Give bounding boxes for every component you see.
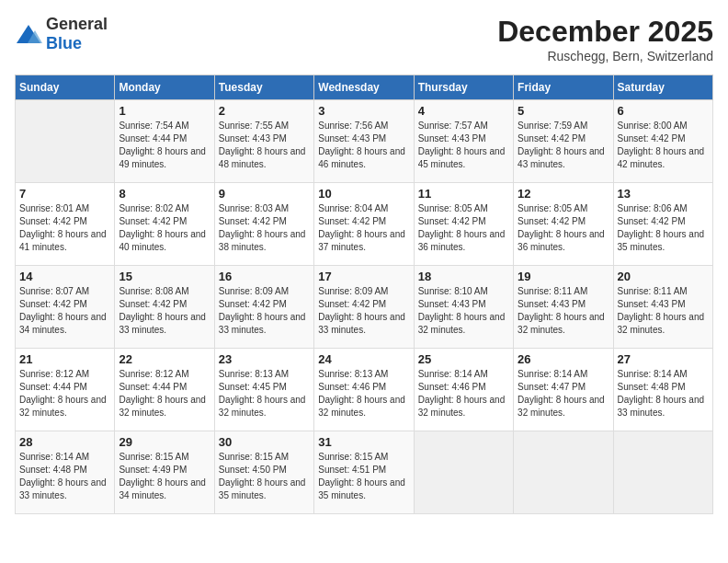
day-number: 26 bbox=[518, 352, 609, 366]
daylight-text: Daylight: 8 hours and 35 minutes. bbox=[318, 477, 405, 500]
sunset-text: Sunset: 4:47 PM bbox=[518, 382, 586, 392]
day-number: 4 bbox=[418, 104, 509, 118]
daylight-text: Daylight: 8 hours and 37 minutes. bbox=[318, 229, 405, 252]
calendar-cell: 1 Sunrise: 7:54 AM Sunset: 4:44 PM Dayli… bbox=[115, 100, 214, 183]
calendar-cell: 22 Sunrise: 8:12 AM Sunset: 4:44 PM Dayl… bbox=[115, 349, 214, 431]
day-number: 12 bbox=[518, 187, 609, 201]
sunrise-text: Sunrise: 8:03 AM bbox=[219, 203, 289, 213]
daylight-text: Daylight: 8 hours and 49 minutes. bbox=[119, 146, 206, 169]
day-info: Sunrise: 7:59 AM Sunset: 4:42 PM Dayligh… bbox=[518, 120, 609, 171]
sunset-text: Sunset: 4:44 PM bbox=[19, 382, 87, 392]
sunrise-text: Sunrise: 8:15 AM bbox=[318, 452, 388, 462]
sunset-text: Sunset: 4:42 PM bbox=[518, 133, 586, 144]
sunrise-text: Sunrise: 8:08 AM bbox=[119, 286, 188, 296]
sunrise-text: Sunrise: 7:56 AM bbox=[318, 121, 388, 131]
calendar-cell: 2 Sunrise: 7:55 AM Sunset: 4:43 PM Dayli… bbox=[214, 100, 313, 183]
calendar-cell: 10 Sunrise: 8:04 AM Sunset: 4:42 PM Dayl… bbox=[314, 183, 414, 266]
day-number: 9 bbox=[219, 187, 310, 201]
sunset-text: Sunset: 4:44 PM bbox=[119, 133, 187, 144]
day-header-saturday: Saturday bbox=[613, 75, 712, 100]
day-header-tuesday: Tuesday bbox=[214, 75, 313, 100]
calendar-cell: 4 Sunrise: 7:57 AM Sunset: 4:43 PM Dayli… bbox=[414, 100, 513, 183]
sunrise-text: Sunrise: 8:13 AM bbox=[318, 369, 388, 379]
logo-general: General bbox=[46, 15, 108, 33]
sunset-text: Sunset: 4:48 PM bbox=[19, 465, 87, 475]
daylight-text: Daylight: 8 hours and 36 minutes. bbox=[418, 229, 506, 252]
sunrise-text: Sunrise: 8:11 AM bbox=[618, 286, 688, 296]
calendar-cell bbox=[414, 431, 513, 514]
day-info: Sunrise: 8:11 AM Sunset: 4:43 PM Dayligh… bbox=[618, 285, 709, 337]
calendar-cell: 14 Sunrise: 8:07 AM Sunset: 4:42 PM Dayl… bbox=[16, 266, 115, 349]
sunset-text: Sunset: 4:42 PM bbox=[19, 299, 87, 309]
daylight-text: Daylight: 8 hours and 48 minutes. bbox=[219, 146, 306, 169]
day-info: Sunrise: 8:13 AM Sunset: 4:45 PM Dayligh… bbox=[219, 368, 310, 419]
day-info: Sunrise: 8:11 AM Sunset: 4:43 PM Dayligh… bbox=[518, 285, 609, 337]
calendar-cell: 29 Sunrise: 8:15 AM Sunset: 4:49 PM Dayl… bbox=[115, 431, 214, 514]
day-info: Sunrise: 8:04 AM Sunset: 4:42 PM Dayligh… bbox=[318, 202, 409, 254]
day-info: Sunrise: 8:02 AM Sunset: 4:42 PM Dayligh… bbox=[119, 202, 210, 254]
day-number: 16 bbox=[219, 270, 310, 283]
day-header-wednesday: Wednesday bbox=[314, 75, 414, 100]
day-number: 27 bbox=[618, 352, 709, 366]
daylight-text: Daylight: 8 hours and 35 minutes. bbox=[219, 477, 306, 500]
sunrise-text: Sunrise: 8:09 AM bbox=[318, 286, 388, 296]
daylight-text: Daylight: 8 hours and 32 minutes. bbox=[19, 395, 107, 418]
day-info: Sunrise: 8:14 AM Sunset: 4:46 PM Dayligh… bbox=[418, 368, 509, 419]
day-number: 10 bbox=[318, 187, 409, 201]
sunrise-text: Sunrise: 8:07 AM bbox=[19, 286, 89, 296]
day-info: Sunrise: 8:07 AM Sunset: 4:42 PM Dayligh… bbox=[19, 285, 110, 337]
day-number: 15 bbox=[119, 270, 210, 283]
calendar-week-row: 21 Sunrise: 8:12 AM Sunset: 4:44 PM Dayl… bbox=[16, 349, 713, 431]
daylight-text: Daylight: 8 hours and 32 minutes. bbox=[418, 312, 506, 335]
daylight-text: Daylight: 8 hours and 34 minutes. bbox=[119, 477, 206, 500]
calendar-cell bbox=[514, 431, 613, 514]
day-number: 30 bbox=[219, 435, 310, 449]
sunrise-text: Sunrise: 8:06 AM bbox=[618, 203, 688, 213]
calendar-week-row: 1 Sunrise: 7:54 AM Sunset: 4:44 PM Dayli… bbox=[16, 100, 713, 183]
sunset-text: Sunset: 4:50 PM bbox=[219, 465, 287, 475]
sunset-text: Sunset: 4:43 PM bbox=[618, 299, 686, 309]
calendar-cell: 17 Sunrise: 8:09 AM Sunset: 4:42 PM Dayl… bbox=[314, 266, 414, 349]
daylight-text: Daylight: 8 hours and 38 minutes. bbox=[219, 229, 306, 252]
sunrise-text: Sunrise: 8:14 AM bbox=[418, 369, 488, 379]
day-info: Sunrise: 8:09 AM Sunset: 4:42 PM Dayligh… bbox=[219, 285, 310, 337]
sunrise-text: Sunrise: 8:12 AM bbox=[19, 369, 89, 379]
sunrise-text: Sunrise: 8:05 AM bbox=[518, 203, 587, 213]
day-info: Sunrise: 8:00 AM Sunset: 4:42 PM Dayligh… bbox=[618, 120, 709, 171]
sunset-text: Sunset: 4:42 PM bbox=[219, 299, 287, 309]
day-info: Sunrise: 8:14 AM Sunset: 4:48 PM Dayligh… bbox=[618, 368, 709, 419]
calendar-cell: 18 Sunrise: 8:10 AM Sunset: 4:43 PM Dayl… bbox=[414, 266, 513, 349]
location-title: Ruschegg, Bern, Switzerland bbox=[497, 49, 713, 63]
calendar-cell: 23 Sunrise: 8:13 AM Sunset: 4:45 PM Dayl… bbox=[214, 349, 313, 431]
day-number: 11 bbox=[418, 187, 509, 201]
day-info: Sunrise: 7:54 AM Sunset: 4:44 PM Dayligh… bbox=[119, 120, 210, 171]
sunset-text: Sunset: 4:44 PM bbox=[119, 382, 187, 392]
day-number: 20 bbox=[618, 270, 709, 283]
sunrise-text: Sunrise: 7:59 AM bbox=[518, 121, 587, 131]
day-info: Sunrise: 8:12 AM Sunset: 4:44 PM Dayligh… bbox=[19, 368, 110, 419]
day-info: Sunrise: 7:55 AM Sunset: 4:43 PM Dayligh… bbox=[219, 120, 310, 171]
daylight-text: Daylight: 8 hours and 33 minutes. bbox=[119, 312, 206, 335]
sunset-text: Sunset: 4:42 PM bbox=[119, 216, 187, 226]
day-number: 1 bbox=[119, 104, 210, 118]
day-number: 29 bbox=[119, 435, 210, 449]
calendar-week-row: 28 Sunrise: 8:14 AM Sunset: 4:48 PM Dayl… bbox=[16, 431, 713, 514]
sunset-text: Sunset: 4:46 PM bbox=[318, 382, 386, 392]
daylight-text: Daylight: 8 hours and 32 minutes. bbox=[618, 312, 705, 335]
calendar-cell: 6 Sunrise: 8:00 AM Sunset: 4:42 PM Dayli… bbox=[613, 100, 712, 183]
daylight-text: Daylight: 8 hours and 33 minutes. bbox=[219, 312, 306, 335]
calendar-cell: 15 Sunrise: 8:08 AM Sunset: 4:42 PM Dayl… bbox=[115, 266, 214, 349]
calendar-cell: 30 Sunrise: 8:15 AM Sunset: 4:50 PM Dayl… bbox=[214, 431, 313, 514]
sunset-text: Sunset: 4:43 PM bbox=[418, 299, 486, 309]
daylight-text: Daylight: 8 hours and 40 minutes. bbox=[119, 229, 206, 252]
daylight-text: Daylight: 8 hours and 33 minutes. bbox=[19, 477, 107, 500]
day-number: 28 bbox=[19, 435, 110, 449]
sunset-text: Sunset: 4:42 PM bbox=[618, 133, 686, 144]
daylight-text: Daylight: 8 hours and 33 minutes. bbox=[618, 395, 705, 418]
sunrise-text: Sunrise: 7:57 AM bbox=[418, 121, 488, 131]
day-number: 8 bbox=[119, 187, 210, 201]
sunrise-text: Sunrise: 8:05 AM bbox=[418, 203, 488, 213]
sunset-text: Sunset: 4:43 PM bbox=[219, 133, 287, 144]
day-header-sunday: Sunday bbox=[16, 75, 115, 100]
sunrise-text: Sunrise: 8:15 AM bbox=[119, 452, 188, 462]
